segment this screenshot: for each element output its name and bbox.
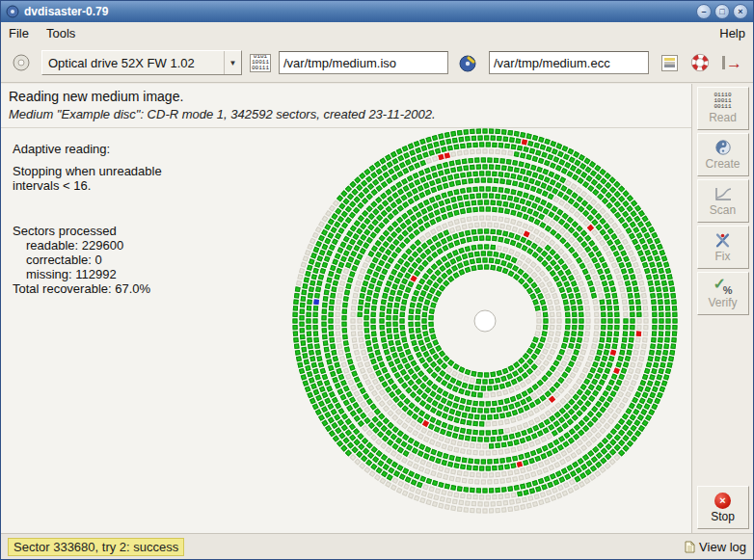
maximize-button[interactable]: □ xyxy=(714,4,730,19)
adaptive-reading-title: Adaptive reading: xyxy=(13,142,234,156)
scan-button[interactable]: Scan xyxy=(697,179,749,223)
create-label: Create xyxy=(705,157,740,171)
disc-icon xyxy=(12,53,31,72)
settings-icon xyxy=(661,55,678,71)
stopping-condition-line1: Stopping when unreadable xyxy=(13,164,234,178)
drive-select-value: Optical drive 52X FW 1.02 xyxy=(42,56,224,70)
status-message: Sector 333680, try 2: success xyxy=(8,538,184,556)
read-icon-row: 00111 xyxy=(714,104,731,110)
log-page-icon xyxy=(685,541,695,553)
chevron-down-icon: ▼ xyxy=(224,51,241,74)
scan-icon xyxy=(714,186,733,202)
status-line-medium-info: Medium "Example disc": CD-R mode 1, 3425… xyxy=(9,107,684,121)
menubar: File Tools Help xyxy=(1,22,753,43)
fix-label: Fix xyxy=(715,250,731,263)
help-button[interactable] xyxy=(687,50,713,75)
stop-label: Stop xyxy=(711,510,735,523)
stopping-condition-line2: intervals < 16. xyxy=(13,178,234,193)
read-label: Read xyxy=(709,111,737,124)
scan-label: Scan xyxy=(710,203,736,217)
create-button[interactable]: Create xyxy=(697,133,749,176)
content-area: Reading new medium image. Medium "Exampl… xyxy=(1,84,753,533)
app-icon xyxy=(6,5,19,18)
menu-tools[interactable]: Tools xyxy=(46,26,75,40)
settings-button[interactable] xyxy=(659,52,681,74)
menu-file[interactable]: File xyxy=(9,26,29,40)
sectors-missing: missing: 112992 xyxy=(13,267,234,281)
drive-select[interactable]: Optical drive 52X FW 1.02 ▼ xyxy=(41,50,242,75)
sectors-processed-title: Sectors processed xyxy=(13,224,234,238)
read-button[interactable]: 01110 10011 00111 Read xyxy=(697,87,749,130)
app-window: dvdisaster-0.79 – □ × File Tools Help Op… xyxy=(0,0,754,560)
create-icon xyxy=(714,139,732,156)
main-panel: Reading new medium image. Medium "Exampl… xyxy=(1,84,691,533)
quit-button[interactable]: → xyxy=(719,52,745,74)
quit-arrow-icon: → xyxy=(726,55,742,71)
close-button[interactable]: × xyxy=(733,4,748,19)
total-recoverable: Total recoverable: 67.0% xyxy=(13,281,234,296)
statusbar: Sector 333680, try 2: success View log xyxy=(1,533,753,559)
read-icon: 01110 10011 00111 xyxy=(714,93,731,110)
menu-help[interactable]: Help xyxy=(719,26,745,40)
drive-button[interactable] xyxy=(9,50,34,75)
verify-button[interactable]: ✓ % Verify xyxy=(697,272,749,315)
toolbar: Optical drive 52X FW 1.02 ▼ 0101 10011 0… xyxy=(1,43,753,83)
view-log-button[interactable]: View log xyxy=(685,540,746,554)
window-title: dvdisaster-0.79 xyxy=(24,5,108,18)
percent-icon: % xyxy=(723,284,733,296)
image-file-icon: 0101 10011 00111 xyxy=(250,54,271,72)
image-file-icon-row: 00111 xyxy=(252,66,269,71)
ecc-file-icon xyxy=(456,51,481,75)
quit-door-icon xyxy=(722,56,725,69)
window-titlebar[interactable]: dvdisaster-0.79 – □ × xyxy=(1,1,753,22)
reading-info: Adaptive reading: Stopping when unreadab… xyxy=(13,142,234,296)
ecc-path-input[interactable] xyxy=(489,51,649,74)
verify-label: Verify xyxy=(708,296,737,309)
sectors-correctable: correctable: 0 xyxy=(13,253,234,267)
lifebuoy-icon xyxy=(690,53,710,72)
stop-button[interactable]: × Stop xyxy=(697,486,749,529)
status-line-primary: Reading new medium image. xyxy=(9,89,684,104)
sectors-readable: readable: 229600 xyxy=(13,238,234,253)
iso-path-input[interactable] xyxy=(279,51,448,74)
fix-icon xyxy=(714,231,732,249)
disc-visualization xyxy=(284,120,686,521)
verify-icon: ✓ % xyxy=(714,278,733,295)
minimize-button[interactable]: – xyxy=(696,4,712,19)
stop-icon: × xyxy=(714,493,731,509)
view-log-label: View log xyxy=(699,540,746,554)
action-sidebar: 01110 10011 00111 Read Create xyxy=(691,84,753,533)
fix-button[interactable]: Fix xyxy=(697,226,749,269)
